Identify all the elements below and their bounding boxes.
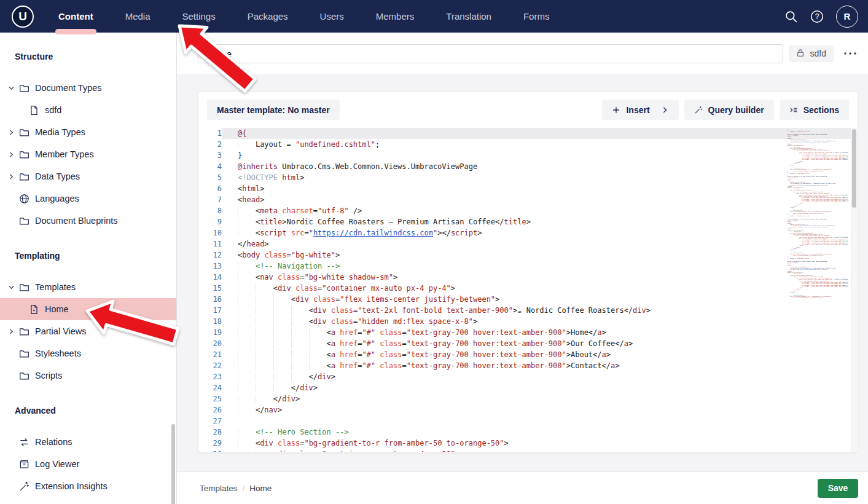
chevron-right-icon[interactable] [6,127,16,137]
code-line-19: 19 <a href="#" class="text-gray-700 hove… [203,327,857,338]
chevron-slot [16,304,26,314]
code-line-23: 23 </div> [203,371,857,382]
alias-badge[interactable]: sdfd [789,45,834,62]
save-button[interactable]: Save [818,479,858,498]
nav-item-content[interactable]: Content [42,0,109,33]
code-line-27: 27 [203,415,857,427]
line-number: 7 [203,194,222,205]
sidebar-item-label: Relations [35,437,72,447]
sidebar-item-document-blueprints[interactable]: Document Blueprints [0,210,176,232]
chevron-right-icon[interactable] [6,326,16,336]
chevron-down-icon[interactable] [6,83,16,93]
template-name-input[interactable] [198,44,783,63]
chevron-right-icon [660,106,669,114]
line-number: 29 [203,438,222,449]
nav-item-label: Settings [182,11,216,22]
sidebar-item-scripts[interactable]: Scripts [0,364,176,387]
editor-scrollbar-thumb[interactable] [852,129,856,208]
sections-icon [789,106,798,114]
line-number: 16 [203,294,222,305]
code-line-11: 11</head> [203,238,857,250]
editor-scrollbar [851,128,857,452]
sidebar-item-data-types[interactable]: Data Types [0,165,176,187]
breadcrumb-templates[interactable]: Templates [200,484,238,493]
chevron-right-icon[interactable] [6,171,16,181]
breadcrumb-home[interactable]: Home [249,484,272,493]
editor-footer: Templates / Home Save [177,471,868,504]
master-template-button[interactable]: Master template: No master [207,100,340,120]
sidebar-item-label: Extension Insights [35,481,108,491]
nav-item-members[interactable]: Members [360,0,431,33]
sidebar-item-label: Templates [35,282,76,292]
sidebar-item-label: Document Blueprints [35,216,118,226]
sidebar-item-label: sdfd [45,105,61,115]
plus-icon [612,106,620,114]
code-line-26: 26 </nav> [203,404,857,415]
line-number: 21 [203,349,222,360]
nav-item-label: Members [376,11,415,22]
folder-icon [18,171,29,182]
sidebar-scrollbar[interactable] [171,424,175,504]
code-line-4: 4@inherits Umbraco.Cms.Web.Common.Views.… [203,161,857,172]
line-number: 10 [203,227,222,238]
insert-label: Insert [626,105,649,115]
code-line-8: 8 <meta charset="utf-8" /> [203,205,857,216]
sidebar-item-home[interactable]: Home [0,298,176,320]
chevron-down-icon[interactable] [6,282,16,292]
svg-text:?: ? [815,12,819,21]
sidebar-item-webhooks[interactable]: Webhooks [0,497,176,504]
lock-icon [796,49,805,59]
globe-icon [18,193,29,204]
active-tab-underline [55,29,96,34]
nav-item-label: Translation [446,11,491,22]
sidebar-item-sdfd[interactable]: sdfd [0,99,176,121]
code-line-5: 5<!DOCTYPE html> [203,172,857,183]
query-builder-label: Query builder [708,105,764,115]
nav-item-settings[interactable]: Settings [166,0,232,33]
sidebar-item-templates[interactable]: Templates [0,276,176,298]
insert-button[interactable]: Insert [602,100,678,120]
sidebar-item-label: Languages [35,194,79,203]
sidebar-item-stylesheets[interactable]: Stylesheets [0,342,176,364]
sidebar-item-languages[interactable]: Languages [0,187,176,210]
line-number: 20 [203,338,222,349]
top-navigation-bar: U ContentMediaSettingsPackagesUsersMembe… [0,0,868,33]
nav-item-users[interactable]: Users [304,0,360,33]
sidebar-item-partial-views[interactable]: Partial Views [0,320,176,342]
umbraco-logo[interactable]: U [12,6,34,28]
code-editor[interactable]: 1@{2 Layout = "undefined.cshtml";3}4@inh… [203,128,857,452]
sidebar-item-relations[interactable]: Relations [0,431,176,453]
code-line-29: 29 <div class="bg-gradient-to-r from-amb… [203,438,857,449]
nav-item-forms[interactable]: Forms [507,0,566,33]
chevron-slot [6,348,16,358]
template-editor-card: Master template: No master Insert Query … [198,91,858,453]
breadcrumb-separator: / [243,484,245,493]
sidebar-item-label: Media Types [35,127,85,137]
search-icon[interactable] [784,10,798,23]
code-line-30: 30 <div class="container mx-auto px-4 py… [203,449,857,452]
chevron-right-icon[interactable] [6,149,16,159]
code-line-28: 28 <!-- Hero Section --> [203,427,857,438]
query-builder-button[interactable]: Query builder [684,100,774,120]
nav-item-media[interactable]: Media [109,0,166,33]
sidebar-item-document-types[interactable]: Document Types [0,77,176,99]
line-number: 9 [203,216,222,227]
folder-icon [18,149,29,160]
nav-item-translation[interactable]: Translation [430,0,507,33]
sidebar-item-log-viewer[interactable]: Log Viewer [0,453,176,475]
code-line-13: 13 <!-- Navigation --> [203,261,857,272]
sections-button[interactable]: Sections [780,100,849,120]
nav-item-packages[interactable]: Packages [232,0,304,33]
help-icon[interactable]: ? [810,10,824,23]
line-number: 30 [203,449,222,452]
sidebar-item-media-types[interactable]: Media Types [0,121,176,143]
sidebar-item-member-types[interactable]: Member Types [0,143,176,165]
code-line-24: 24 </div> [203,382,857,393]
more-options-icon[interactable] [842,45,858,61]
user-avatar[interactable]: R [836,6,858,28]
chevron-slot [6,371,16,380]
code-line-1: 1@{ [203,128,857,139]
minimap[interactable]: @{ Layout = "undefined.cshtml";}@inherit… [787,129,848,449]
sidebar-item-extension-insights[interactable]: Extension Insights [0,475,176,497]
sections-label: Sections [803,105,839,115]
